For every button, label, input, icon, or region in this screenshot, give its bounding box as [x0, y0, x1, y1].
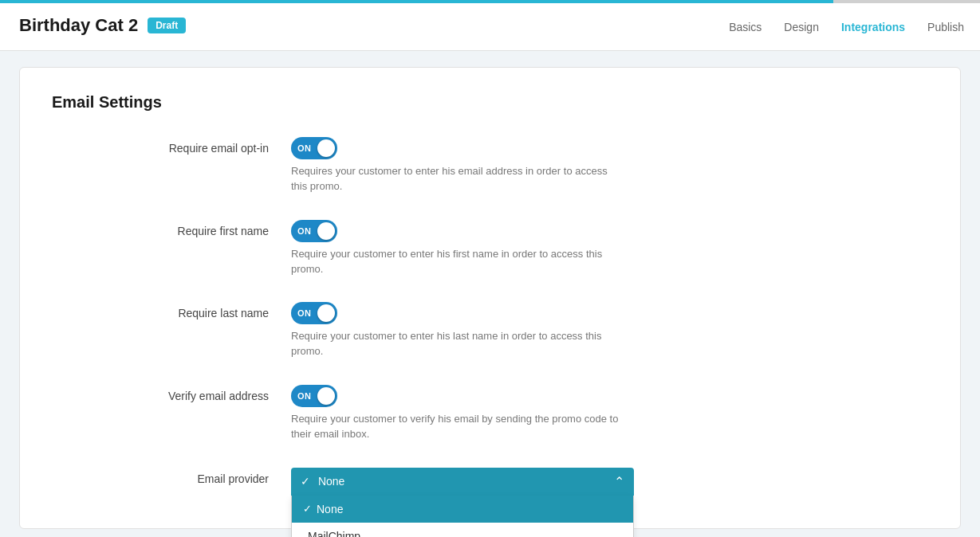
setting-row-email-provider: Email provider ✓ None ⌃ ✓ None — [52, 468, 928, 496]
desc-email-opt-in: Requires your customer to enter his emai… — [291, 164, 626, 194]
toggle-verify-email[interactable]: ON — [291, 385, 626, 407]
toggle-knob-2 — [317, 304, 335, 322]
toggle-on-label-0: ON — [297, 143, 312, 153]
tab-publish[interactable]: Publish — [927, 18, 964, 33]
control-email-opt-in: ON Requires your customer to enter his e… — [291, 137, 626, 194]
dropdown-list: ✓ None MailChimp ConvertKit — [291, 496, 634, 537]
dropdown-selected-value[interactable]: ✓ None ⌃ — [291, 468, 634, 496]
progress-bar — [0, 0, 980, 3]
main-content: Email Settings Require email opt-in ON R… — [0, 51, 980, 537]
tab-design[interactable]: Design — [784, 18, 819, 33]
toggle-on-label-1: ON — [297, 226, 312, 236]
control-last-name: ON Require your customer to enter his la… — [291, 302, 626, 359]
label-email-provider: Email provider — [52, 468, 291, 485]
label-require-email-opt-in: Require email opt-in — [52, 137, 291, 155]
toggle-knob-1 — [317, 222, 335, 240]
page-title: Birthday Cat 2 — [19, 15, 138, 36]
toggle-require-first-name[interactable]: ON — [291, 220, 626, 242]
header-left: Birthday Cat 2 Draft — [19, 15, 186, 36]
dropdown-option-mailchimp[interactable]: MailChimp — [292, 523, 633, 537]
toggle-track-last-name: ON — [291, 302, 337, 324]
control-email-provider: ✓ None ⌃ ✓ None MailChimp — [291, 468, 634, 496]
desc-first-name: Require your customer to enter his first… — [291, 247, 626, 277]
header: Birthday Cat 2 Draft Basics Design Integ… — [0, 0, 980, 51]
toggle-track-first-name: ON — [291, 220, 337, 242]
setting-row-email-opt-in: Require email opt-in ON Requires your cu… — [52, 137, 928, 194]
label-require-last-name: Require last name — [52, 302, 291, 319]
toggle-track-email-opt-in: ON — [291, 137, 337, 159]
tab-integrations[interactable]: Integrations — [841, 18, 905, 33]
toggle-knob-0 — [317, 139, 335, 157]
control-first-name: ON Require your customer to enter his fi… — [291, 220, 626, 277]
label-verify-email: Verify email address — [52, 385, 291, 402]
tab-basics[interactable]: Basics — [729, 18, 762, 33]
toggle-on-label-3: ON — [297, 391, 312, 401]
toggle-knob-3 — [317, 387, 335, 405]
progress-bar-container — [0, 0, 980, 3]
toggle-track-verify-email: ON — [291, 385, 337, 407]
chevron-down-icon: ⌃ — [614, 474, 624, 489]
draft-badge: Draft — [148, 18, 186, 33]
setting-row-last-name: Require last name ON Require your custom… — [52, 302, 928, 359]
toggle-require-last-name[interactable]: ON — [291, 302, 626, 324]
email-provider-dropdown[interactable]: ✓ None ⌃ ✓ None MailChimp — [291, 468, 634, 496]
toggle-require-email-opt-in[interactable]: ON — [291, 137, 626, 159]
dropdown-option-none[interactable]: ✓ None — [292, 496, 633, 523]
setting-row-verify-email: Verify email address ON Require your cus… — [52, 385, 928, 442]
desc-last-name: Require your customer to enter his last … — [291, 329, 626, 359]
email-settings-card: Email Settings Require email opt-in ON R… — [19, 67, 961, 529]
setting-row-first-name: Require first name ON Require your custo… — [52, 220, 928, 277]
dropdown-checkmark-icon: ✓ None — [301, 475, 344, 488]
control-verify-email: ON Require your customer to verify his e… — [291, 385, 626, 442]
toggle-on-label-2: ON — [297, 308, 312, 318]
desc-verify-email: Require your customer to verify his emai… — [291, 412, 626, 442]
card-title: Email Settings — [52, 93, 928, 112]
label-require-first-name: Require first name — [52, 220, 291, 237]
nav-tabs: Basics Design Integrations Publish — [729, 0, 964, 50]
check-icon-none: ✓ — [303, 503, 312, 515]
